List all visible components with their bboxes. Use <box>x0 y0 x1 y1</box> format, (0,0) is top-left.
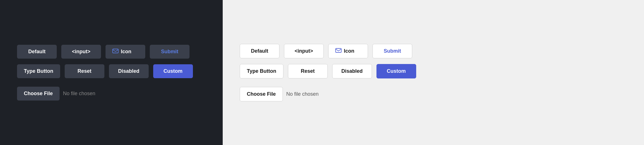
envelope-icon-light <box>335 48 342 54</box>
dark-typebutton-button[interactable]: Type Button <box>17 64 60 78</box>
light-row-1: Default <input> Icon Submit <box>240 44 412 58</box>
dark-row-1: Default <input> Icon Submit <box>17 45 190 59</box>
dark-custom-button[interactable]: Custom <box>153 64 193 78</box>
light-icon-button-label: Icon <box>344 48 354 54</box>
light-submit-button[interactable]: Submit <box>372 44 412 58</box>
dark-panel: Default <input> Icon Submit Type Button … <box>0 0 223 145</box>
dark-icon-button[interactable]: Icon <box>106 45 145 59</box>
dark-submit-button[interactable]: Submit <box>150 45 190 59</box>
envelope-icon <box>112 49 119 55</box>
light-file-row: Choose File No file chosen <box>240 87 319 101</box>
light-reset-button[interactable]: Reset <box>288 64 328 78</box>
dark-disabled-button[interactable]: Disabled <box>109 64 149 78</box>
dark-row-2: Type Button Reset Disabled Custom <box>17 64 193 78</box>
dark-icon-button-label: Icon <box>121 49 131 55</box>
dark-choose-file-button[interactable]: Choose File <box>17 87 60 101</box>
light-row-2: Type Button Reset Disabled Custom <box>240 64 416 78</box>
light-panel: Default <input> Icon Submit Type Button … <box>223 0 644 145</box>
dark-reset-button[interactable]: Reset <box>65 64 104 78</box>
light-input-button[interactable]: <input> <box>284 44 324 58</box>
light-custom-button[interactable]: Custom <box>376 64 416 78</box>
light-disabled-button[interactable]: Disabled <box>332 64 372 78</box>
dark-input-button[interactable]: <input> <box>61 45 101 59</box>
svg-rect-1 <box>336 48 341 52</box>
dark-no-file-label: No file chosen <box>63 91 95 97</box>
light-typebutton-button[interactable]: Type Button <box>240 64 283 78</box>
dark-default-button[interactable]: Default <box>17 45 57 59</box>
svg-rect-0 <box>113 49 118 53</box>
light-choose-file-button[interactable]: Choose File <box>240 87 283 101</box>
light-icon-button[interactable]: Icon <box>328 44 368 58</box>
light-no-file-label: No file chosen <box>286 91 319 97</box>
dark-file-row: Choose File No file chosen <box>17 87 95 101</box>
light-default-button[interactable]: Default <box>240 44 279 58</box>
